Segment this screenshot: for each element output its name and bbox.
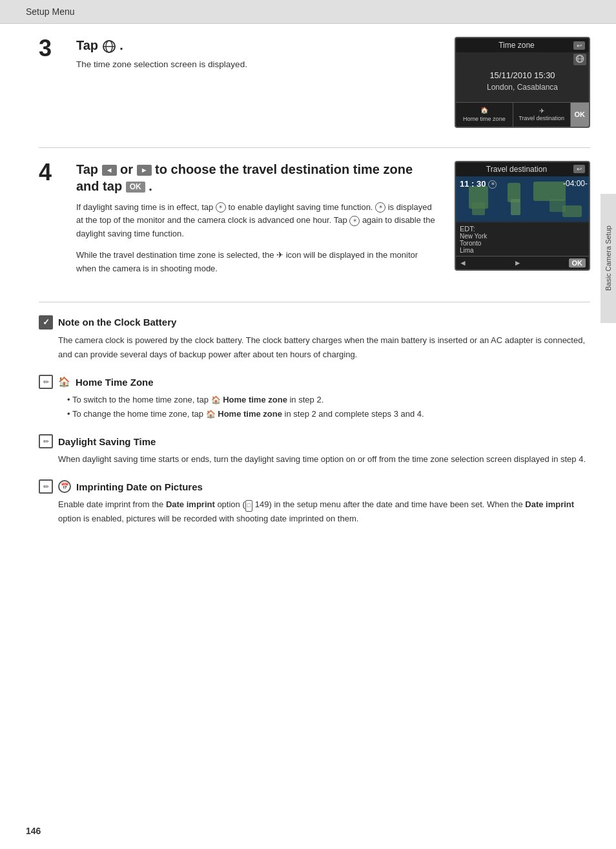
screen-2-city1: New York [460, 233, 585, 240]
clock-battery-note: ✓ Note on the Clock Battery The camera c… [39, 315, 590, 362]
screen-1-home-label: Home time zone [463, 116, 506, 122]
svg-rect-9 [511, 199, 520, 215]
screen-1-datetime: 15/11/2010 15:30 [461, 70, 584, 80]
screen-2-tz-name: EDT: [460, 225, 585, 233]
home-icon-b2: 🏠 [206, 410, 216, 419]
dst-title: Daylight Saving Time [58, 436, 156, 447]
screen-1-bottom: 🏠 Home time zone ✈ Travel destination OK [456, 102, 589, 127]
screen-2-ok: OK [569, 258, 586, 267]
screen-1-back: ↩ [573, 41, 585, 50]
screen-2-time-right: -04:00- [563, 179, 588, 189]
home-tz-header: ✏ 🏠 Home Time Zone [39, 375, 590, 389]
step-3-row: Tap . The time zone selection screen is … [76, 37, 590, 128]
step-4-text: Tap ◄ or ► to choose the travel destinat… [76, 161, 435, 276]
screen-2-title: Travel destination [460, 165, 573, 174]
page-header: Setup Menu [0, 0, 616, 24]
step-4-part3: . [149, 179, 152, 193]
screen-2-city3: Lima [460, 247, 585, 254]
arrow-left-icon: ◄ [102, 165, 117, 175]
dst-icon-inline3: ☀ [349, 216, 360, 226]
step-4: 4 Tap ◄ or ► to choose the travel destin… [39, 161, 590, 276]
screen-2-city2: Toronto [460, 240, 585, 247]
imprint-bold2: Date imprint [525, 499, 574, 509]
step-3-text: Tap . The time zone selection screen is … [76, 37, 435, 77]
clock-battery-body: The camera clock is powered by the clock… [58, 333, 590, 362]
imprint-body: Enable date imprint from the Date imprin… [58, 498, 590, 526]
screen-1-home-btn: 🏠 Home time zone [456, 103, 513, 127]
notes-separator [39, 302, 590, 302]
step-4-note2: While the travel destination time zone i… [76, 249, 435, 276]
screen-2-back: ↩ [573, 165, 585, 173]
home-icon-note: 🏠 [58, 376, 70, 388]
step-3-desc: The time zone selection screen is displa… [76, 58, 435, 72]
home-tz-bold1: Home time zone [223, 395, 287, 404]
step-number-4: 4 [39, 161, 65, 184]
step-4-row: Tap ◄ or ► to choose the travel destinat… [76, 161, 590, 276]
svg-rect-12 [562, 205, 582, 217]
page-footer: 146 [26, 826, 41, 836]
imprint-header: ✏ 📅 Imprinting Date on Pictures [39, 479, 590, 494]
svg-rect-7 [472, 202, 485, 215]
screen-1-globe-icon [573, 54, 586, 65]
step-3-title: Tap . [76, 37, 435, 54]
screen-1-title-bar: Time zone ↩ [456, 38, 589, 52]
page-ref-icon: □ [245, 500, 252, 511]
step-4-tap: Tap [76, 162, 102, 176]
check-icon: ✓ [39, 315, 53, 330]
header-title: Setup Menu [26, 6, 75, 17]
pencil-icon-2: ✏ [39, 434, 53, 448]
arrow-right-icon: ► [137, 165, 152, 175]
dst-header: ✏ Daylight Saving Time [39, 434, 590, 448]
step-4-or: or [120, 162, 137, 176]
screen-2-time: 11 : 30 ☀ -04:00- [460, 179, 588, 189]
globe-icon [102, 39, 116, 54]
step-3-title-tap: Tap [76, 38, 102, 52]
screen-1-mockup: Time zone ↩ 15/11/2010 15:30 London, Cas… [455, 37, 590, 128]
step-3-title-end: . [119, 38, 123, 52]
step-3-body: Tap . The time zone selection screen is … [76, 37, 590, 128]
screen-2-nav: ◄ ► OK [456, 256, 589, 269]
step-separator-3-4 [39, 147, 590, 148]
dst-body: When daylight saving time starts or ends… [58, 452, 590, 466]
step-4-ok-icon: OK [126, 182, 145, 193]
plane-icon-s1: ✈ [539, 107, 544, 115]
imprint-title: Imprinting Date on Pictures [76, 481, 203, 492]
home-icon-s1: 🏠 [480, 107, 488, 114]
step-4-note1: If daylight saving time is in effect, ta… [76, 201, 435, 241]
dst-icon-s2: ☀ [488, 180, 497, 189]
home-tz-bullet1: To switch to the home time zone, tap 🏠 H… [67, 393, 590, 407]
screen-2-arrow-left: ◄ [459, 258, 467, 267]
pencil-icon-3: ✏ [39, 479, 53, 494]
pencil-icon-1: ✏ [39, 375, 53, 389]
home-tz-bullet2: To change the home time zone, tap 🏠 Home… [67, 407, 590, 421]
home-tz-note: ✏ 🏠 Home Time Zone To switch to the home… [39, 375, 590, 421]
home-tz-title: Home Time Zone [76, 377, 154, 388]
screen-1-location: London, Casablanca [461, 83, 584, 92]
home-tz-bold2: Home time zone [218, 409, 282, 419]
dst-icon-inline1: ☀ [216, 202, 226, 213]
screen-2-title-bar: Travel destination ↩ [456, 162, 589, 176]
step-4-body: Tap ◄ or ► to choose the travel destinat… [76, 161, 590, 276]
camera-date-icon: 📅 [58, 480, 71, 493]
plane-icon-inline: ✈ [276, 249, 283, 262]
sidebar-label: Basic Camera Setup [601, 194, 616, 323]
dst-icon-inline2: ☀ [375, 202, 385, 213]
step-3: 3 Tap . The time zone selection screen [39, 37, 590, 128]
home-tz-list: To switch to the home time zone, tap 🏠 H… [67, 393, 590, 421]
dst-note: ✏ Daylight Saving Time When daylight sav… [39, 434, 590, 466]
screen-1-travel-label: Travel destination [518, 115, 564, 123]
page-number: 146 [26, 826, 41, 836]
screen-1-ok: OK [571, 103, 590, 127]
clock-battery-header: ✓ Note on the Clock Battery [39, 315, 590, 330]
screen-2-tz: EDT: New York Toronto Lima [456, 223, 589, 256]
screen-1-body: 15/11/2010 15:30 London, Casablanca [456, 67, 589, 102]
screen-2-time-left: 11 : 30 ☀ [460, 179, 497, 189]
screen-2-map: 11 : 30 ☀ -04:00- [456, 176, 589, 222]
step-number-3: 3 [39, 37, 65, 60]
screen-1-travel-btn: ✈ Travel destination [513, 103, 571, 127]
imprint-bold1: Date imprint [166, 499, 215, 509]
imprint-note: ✏ 📅 Imprinting Date on Pictures Enable d… [39, 479, 590, 526]
screen-2-mockup: Travel destination ↩ [455, 161, 590, 271]
home-icon-b1: 🏠 [211, 395, 221, 404]
screen-2-arrow-right: ► [514, 258, 522, 267]
